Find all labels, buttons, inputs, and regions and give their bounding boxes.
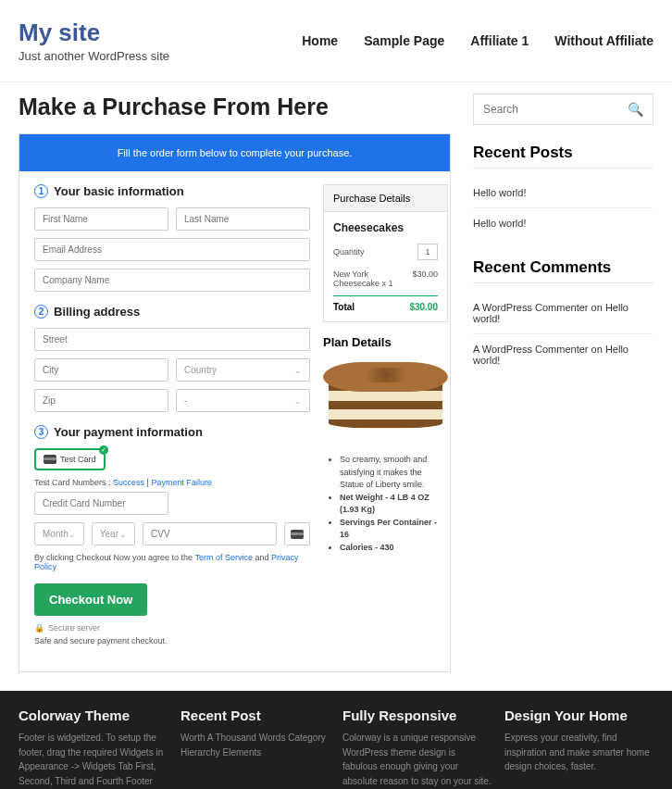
search-input[interactable] [483, 103, 628, 116]
total-label: Total [333, 302, 355, 312]
footer-widgets: Colorway Theme Footer is widgetized. To … [0, 691, 672, 789]
test-success-link[interactable]: Success [113, 478, 144, 487]
country-select[interactable]: Country⌄ [176, 358, 310, 382]
state-select[interactable]: -⌄ [176, 389, 310, 412]
footer-widget-title: Design Your Home [504, 708, 653, 723]
plan-bullet: Servings Per Container - 16 [340, 517, 448, 542]
order-frame: Fill the order form below to complete yo… [19, 133, 451, 672]
test-card-help: Test Card Numbers : Success | Payment Fa… [34, 478, 310, 487]
order-banner: Fill the order form below to complete yo… [19, 134, 450, 171]
credit-card-icon [44, 455, 56, 464]
site-tagline: Just another WordPress site [19, 49, 169, 63]
plan-bullets: So creamy, smooth and satisfying it make… [323, 454, 448, 554]
site-header: My site Just another WordPress site Home… [0, 0, 672, 82]
search-box[interactable]: 🔍 [473, 94, 653, 125]
site-title[interactable]: My site [19, 19, 169, 47]
test-failure-link[interactable]: Payment Failure [151, 478, 212, 487]
expiry-month-select[interactable]: Month⌄ [34, 522, 84, 545]
payment-method-card[interactable]: Test Card [34, 448, 106, 470]
footer-widget-title: Fully Responsive [342, 708, 492, 723]
company-input[interactable] [34, 269, 310, 292]
line-item-name: New York Cheesecake x 1 [333, 269, 412, 288]
city-input[interactable] [34, 358, 168, 382]
step-title: Billing address [54, 305, 140, 319]
card-back-icon [284, 522, 310, 545]
step-title: Your payment information [54, 425, 203, 439]
recent-comment-item: A WordPress Commenter on Hello world! [473, 293, 653, 334]
nav-affiliate-1[interactable]: Affiliate 1 [470, 33, 529, 48]
product-image [323, 357, 448, 445]
footer-widget-text: Colorway is a unique responsive WordPres… [342, 731, 492, 788]
chevron-down-icon: ⌄ [119, 530, 127, 539]
plan-bullet: Calories - 430 [340, 542, 448, 555]
chevron-down-icon: ⌄ [294, 366, 302, 375]
product-name: Cheesecakes [333, 221, 438, 234]
step-title: Your basic information [54, 184, 184, 198]
chevron-down-icon: ⌄ [68, 530, 76, 539]
lock-icon: 🔒 [34, 623, 44, 632]
step-basic-info: 1 Your basic information [34, 184, 310, 292]
details-header: Purchase Details [324, 185, 447, 212]
recent-comments-heading: Recent Comments [473, 258, 653, 283]
footer-widget-text: Footer is widgetized. To setup the foote… [19, 731, 168, 789]
comment-author-link[interactable]: A WordPress Commenter [473, 302, 589, 313]
recent-post-link[interactable]: Hello world! [473, 178, 653, 208]
step-billing-address: 2 Billing address Country⌄ -⌄ [34, 305, 310, 412]
safe-payment-label: Safe and secure payment checkout. [34, 636, 310, 645]
line-item-price: $30.00 [412, 269, 438, 288]
total-amount: $30.00 [409, 302, 438, 312]
terms-text: By clicking Checkout Now you agree to th… [34, 553, 310, 571]
plan-bullet: Net Weight - 4 LB 4 OZ (1.93 Kg) [340, 492, 448, 517]
logo-area: My site Just another WordPress site [19, 19, 169, 63]
card-number-input[interactable] [34, 492, 168, 515]
nav-without-affiliate[interactable]: Without Affiliate [554, 33, 653, 48]
step-number-icon: 2 [34, 305, 48, 319]
first-name-input[interactable] [34, 207, 168, 231]
page-title: Make a Purchase From Here [19, 94, 451, 120]
checkout-button[interactable]: Checkout Now [34, 583, 147, 616]
secure-server-label: 🔒Secure server [34, 623, 310, 632]
chevron-down-icon: ⌄ [294, 396, 302, 406]
recent-posts-heading: Recent Posts [473, 144, 653, 169]
purchase-details-card: Purchase Details Cheesecakes Quantity 1 … [323, 184, 448, 322]
sidebar: 🔍 Recent Posts Hello world! Hello world!… [473, 94, 653, 672]
comment-author-link[interactable]: A WordPress Commenter [473, 344, 589, 355]
search-icon[interactable]: 🔍 [628, 102, 643, 117]
zip-input[interactable] [34, 389, 168, 412]
step-number-icon: 1 [34, 184, 48, 198]
quantity-input[interactable]: 1 [417, 244, 438, 260]
expiry-year-select[interactable]: Year⌄ [92, 522, 135, 545]
recent-post-link[interactable]: Hello world! [473, 208, 653, 238]
footer-widget-title: Colorway Theme [19, 708, 168, 723]
quantity-label: Quantity [333, 247, 365, 257]
street-input[interactable] [34, 328, 310, 351]
nav-sample-page[interactable]: Sample Page [364, 33, 444, 48]
nav-home[interactable]: Home [302, 33, 338, 48]
plan-bullet: So creamy, smooth and satisfying it make… [340, 454, 448, 492]
cvv-input[interactable] [143, 522, 277, 545]
footer-widget-title: Recent Post [180, 708, 330, 723]
step-number-icon: 3 [34, 425, 48, 439]
recent-comment-item: A WordPress Commenter on Hello world! [473, 334, 653, 375]
primary-nav: Home Sample Page Affiliate 1 Without Aff… [302, 33, 653, 48]
plan-details-title: Plan Details [323, 335, 448, 349]
footer-widget-text: Express your creativity, find inspiratio… [504, 731, 653, 774]
last-name-input[interactable] [176, 207, 310, 231]
tos-link[interactable]: Term of Service [194, 553, 253, 562]
step-payment-info: 3 Your payment information Test Card Tes… [34, 425, 310, 645]
footer-widget-text: Worth A Thousand Words Category Hierarch… [180, 731, 330, 759]
email-input[interactable] [34, 238, 310, 261]
